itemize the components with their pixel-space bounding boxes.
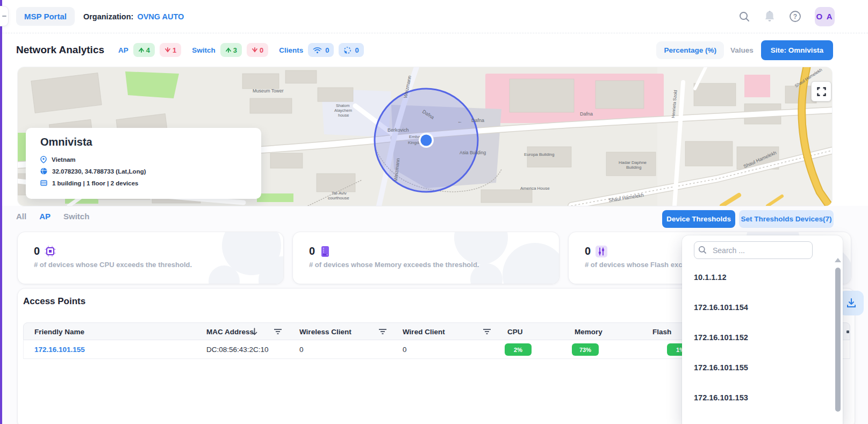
top-bar: MSP Portal Organization: OVNG AUTO ? O A — [0, 0, 868, 33]
device-filter-tabs: All AP Switch — [16, 212, 89, 221]
site-inventory: 1 building | 1 floor | 2 devices — [52, 180, 138, 186]
set-thresholds-devices-button[interactable]: Set Thresholds Devices(7) — [739, 210, 834, 228]
tab-ap[interactable]: AP — [39, 212, 51, 221]
user-avatar[interactable]: O A — [815, 7, 835, 26]
mesh-network-icon — [343, 46, 351, 54]
arrow-down-icon — [252, 47, 258, 53]
clients-count-label: Clients — [279, 46, 303, 54]
msp-portal-button[interactable]: MSP Portal — [16, 7, 75, 26]
flash-icon — [596, 246, 607, 257]
site-selector-button[interactable]: Site: Omnivista — [761, 40, 833, 60]
svg-text:Alaychem: Alaychem — [334, 108, 352, 113]
arrow-down-icon — [164, 47, 171, 53]
switch-up-badge: 3 — [220, 43, 242, 57]
device-list: 10.1.1.12 172.16.101.154 172.16.101.152 … — [682, 262, 833, 413]
tab-switch[interactable]: Switch — [63, 212, 89, 221]
values-toggle[interactable]: Values — [730, 46, 754, 54]
memory-icon — [320, 246, 331, 257]
building-icon — [40, 179, 47, 186]
dropdown-scrollbar[interactable] — [835, 268, 841, 412]
tab-all[interactable]: All — [16, 212, 26, 221]
filter-icon[interactable] — [378, 328, 387, 335]
cpu-card-caption: # of devices whose CPU exceeds the thres… — [34, 261, 192, 269]
help-icon[interactable]: ? — [789, 10, 801, 23]
device-list-item[interactable]: 172.16.101.152 — [682, 322, 833, 353]
svg-text:←: ← — [457, 119, 462, 124]
search-icon[interactable] — [738, 11, 750, 23]
arrow-up-icon — [138, 47, 145, 53]
device-list-item[interactable]: 172.16.101.155 — [682, 353, 833, 383]
scroll-up-arrow[interactable] — [835, 258, 841, 262]
clients-wifi-badge: 0 — [308, 43, 334, 57]
filter-icon[interactable] — [483, 328, 491, 335]
device-list-item[interactable]: 172.16.101.153 — [682, 383, 833, 413]
site-map[interactable]: Museum Tower Shalom Alaychem house Berko… — [18, 67, 832, 206]
svg-text:Hadar Daphne: Hadar Daphne — [619, 160, 647, 165]
svg-text:Dafna: Dafna — [471, 118, 484, 123]
analytics-header: Network Analytics AP 4 1 Switch 3 0 Clie… — [0, 33, 868, 67]
device-list-item[interactable]: 172.16.101.154 — [682, 292, 833, 322]
sidebar-collapse-toggle[interactable] — [0, 6, 9, 26]
percentage-toggle[interactable]: Percentage (%) — [656, 41, 724, 59]
search-icon — [698, 246, 707, 254]
sidebar-edge — [0, 0, 2, 424]
col-cpu[interactable]: CPU — [507, 327, 523, 335]
device-wired-clients: 0 — [403, 346, 407, 354]
access-points-title: Access Points — [23, 296, 85, 307]
svg-text:?: ? — [793, 13, 797, 20]
svg-text:house: house — [338, 113, 349, 118]
col-flash[interactable]: Flash — [652, 327, 671, 335]
svg-text:courthouse: courthouse — [328, 196, 349, 200]
memory-usage-badge: 73% — [572, 343, 599, 356]
col-memory[interactable]: Memory — [575, 327, 602, 335]
site-name: Omnivista — [40, 136, 92, 148]
device-search-input[interactable] — [694, 241, 813, 259]
collapse-icon — [2, 16, 6, 17]
fullscreen-icon — [817, 87, 826, 96]
site-marker[interactable] — [419, 133, 434, 148]
col-mac-address[interactable]: MAC Address — [206, 327, 254, 335]
switch-count-label: Switch — [192, 46, 216, 54]
device-wireless-clients: 0 — [299, 346, 304, 354]
memory-threshold-card: 0 # of devices whose Memory exceeds the … — [293, 232, 559, 284]
column-options-icon[interactable] — [847, 330, 849, 333]
device-thresholds-button[interactable]: Device Thresholds — [662, 210, 735, 228]
organization-value[interactable]: OVNG AUTO — [137, 12, 184, 21]
svg-text:Europa Building: Europa Building — [524, 152, 554, 157]
flash-exceed-count: 0 — [585, 245, 591, 257]
cpu-icon — [45, 246, 56, 257]
ap-down-badge: 1 — [160, 43, 181, 57]
app-window: MSP Portal Organization: OVNG AUTO ? O A… — [0, 0, 868, 424]
ap-up-badge: 4 — [133, 43, 155, 57]
col-wireless-client[interactable]: Wireless Client — [299, 327, 351, 335]
globe-icon — [40, 168, 47, 175]
svg-text:Building: Building — [626, 165, 641, 170]
organization-label: Organization: — [83, 12, 133, 21]
filter-icon[interactable] — [274, 328, 282, 335]
location-pin-icon — [40, 156, 47, 163]
map-fullscreen-button[interactable] — [811, 81, 831, 102]
ap-count-label: AP — [118, 46, 128, 54]
devices-dropdown: 10.1.1.12 172.16.101.154 172.16.101.152 … — [682, 235, 843, 424]
device-name-link[interactable]: 172.16.101.155 — [34, 346, 85, 354]
wifi-icon — [313, 47, 322, 54]
memory-exceed-count: 0 — [309, 245, 315, 257]
sort-desc-icon[interactable] — [251, 327, 258, 336]
col-wired-client[interactable]: Wired Client — [403, 327, 445, 335]
notifications-bell-icon[interactable] — [764, 10, 776, 23]
page-title: Network Analytics — [16, 44, 104, 56]
cpu-exceed-count: 0 — [34, 245, 40, 257]
switch-down-badge: 0 — [247, 43, 268, 57]
device-list-item[interactable]: 10.1.1.12 — [682, 262, 833, 292]
svg-text:Museum Tower: Museum Tower — [253, 88, 284, 94]
svg-text:Tal-Aviv: Tal-Aviv — [332, 191, 347, 196]
site-country: Vietnam — [52, 156, 76, 163]
col-friendly-name[interactable]: Friendly Name — [34, 327, 84, 335]
clients-mesh-badge: 0 — [339, 43, 363, 57]
svg-text:Dafna: Dafna — [580, 111, 593, 117]
svg-text:Asia Building: Asia Building — [460, 150, 486, 155]
device-mac: DC:08:56:43:2C:10 — [206, 346, 269, 354]
memory-card-caption: # of devices whose Memory exceeds the th… — [309, 261, 479, 269]
site-coordinates: 32.078230, 34.788733 (Lat,Long) — [52, 168, 146, 175]
cpu-threshold-card: 0 # of devices whose CPU exceeds the thr… — [18, 232, 283, 284]
